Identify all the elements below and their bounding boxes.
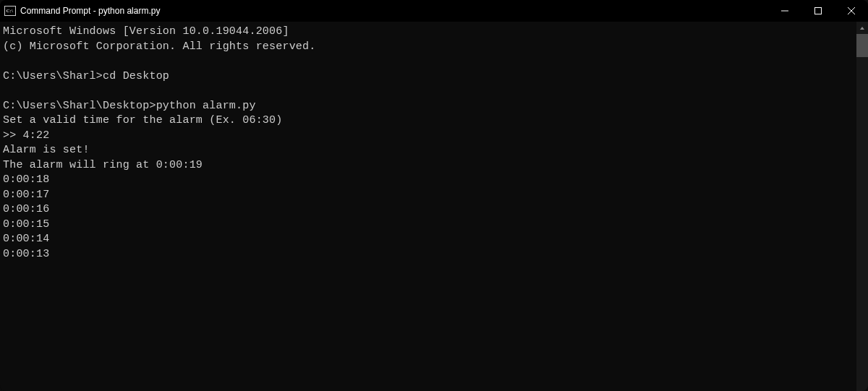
command-prompt-window: C:\ Command Prompt - python alarm.py Mic… xyxy=(0,0,868,391)
svg-text:C:\: C:\ xyxy=(7,8,14,14)
scroll-up-arrow-icon[interactable] xyxy=(856,22,868,34)
svg-rect-3 xyxy=(815,8,822,14)
window-controls xyxy=(768,0,868,22)
close-button[interactable] xyxy=(835,0,868,22)
terminal-content[interactable]: Microsoft Windows [Version 10.0.19044.20… xyxy=(0,22,856,391)
scrollbar-thumb[interactable] xyxy=(856,34,868,57)
window-title: Command Prompt - python alarm.py xyxy=(20,6,768,16)
terminal-area: Microsoft Windows [Version 10.0.19044.20… xyxy=(0,22,868,391)
titlebar[interactable]: C:\ Command Prompt - python alarm.py xyxy=(0,0,868,22)
maximize-button[interactable] xyxy=(801,0,835,22)
minimize-button[interactable] xyxy=(768,0,801,22)
scrollbar[interactable] xyxy=(856,22,868,391)
command-prompt-icon: C:\ xyxy=(4,5,16,17)
